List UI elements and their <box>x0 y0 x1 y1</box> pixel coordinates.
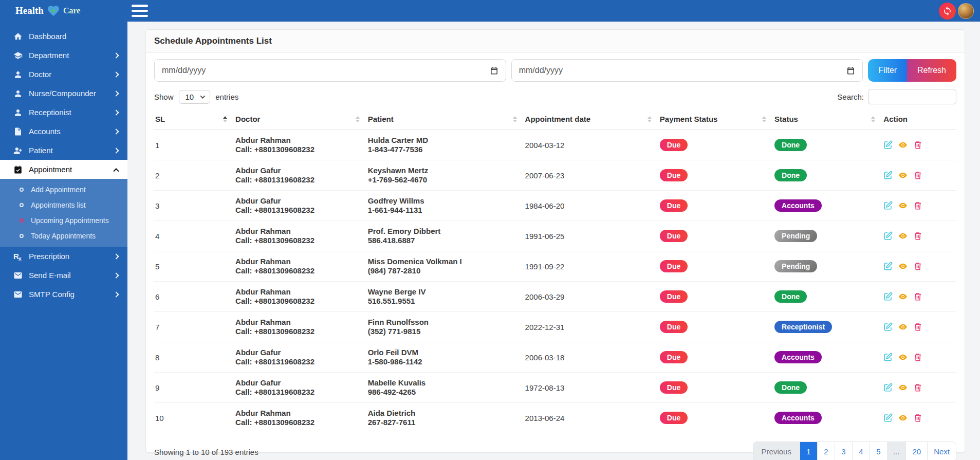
sort-icon[interactable] <box>871 116 875 122</box>
edit-button[interactable] <box>883 201 893 210</box>
sort-icon[interactable] <box>223 116 227 122</box>
edit-button[interactable] <box>883 140 893 150</box>
doctor-name: Abdur Rahman <box>235 287 366 297</box>
doctor-phone: Call: +8801309608232 <box>235 236 366 245</box>
cell-appointment-date: 2022-12-31 <box>524 312 659 342</box>
view-button[interactable] <box>898 231 908 241</box>
delete-button[interactable] <box>913 262 922 271</box>
cell-patient: Keyshawn Mertz+1-769-562-4670 <box>367 160 524 191</box>
date-from-input[interactable]: mm/dd/yyyy <box>154 59 506 82</box>
column-header-appointment-date[interactable]: Appointment date <box>524 109 659 130</box>
delete-button[interactable] <box>913 201 922 210</box>
sidebar-item-smtp-config[interactable]: SMTP Config <box>0 285 127 304</box>
view-button[interactable] <box>898 201 908 210</box>
page-size-select[interactable]: 10 <box>179 90 211 104</box>
view-button[interactable] <box>898 322 908 332</box>
sidebar-subitem-appointments-list[interactable]: Appointments list <box>0 197 127 213</box>
hamburger-menu-icon[interactable] <box>132 5 148 17</box>
sidebar-item-doctor[interactable]: Doctor <box>0 65 127 84</box>
graduation-cap-icon <box>13 51 23 60</box>
patient-name: Aida Dietrich <box>368 409 523 418</box>
view-button[interactable] <box>898 383 908 392</box>
brand-logo[interactable]: Health Care <box>0 0 127 22</box>
view-icon <box>898 383 908 392</box>
sidebar-item-send-e-mail[interactable]: Send E-mail <box>0 266 127 285</box>
cell-status: Accounts <box>773 191 882 221</box>
status-badge: Accounts <box>774 412 822 424</box>
page-button-5[interactable]: 5 <box>870 442 887 460</box>
edit-button[interactable] <box>883 262 893 271</box>
sidebar-item-accounts[interactable]: Accounts <box>0 122 127 141</box>
payment-status-badge: Due <box>660 139 688 151</box>
page-button-20[interactable]: 20 <box>905 442 927 460</box>
sidebar-item-dashboard[interactable]: Dashboard <box>0 27 127 46</box>
file-invoice-icon <box>13 127 23 136</box>
date-to-input[interactable]: mm/dd/yyyy <box>511 59 863 82</box>
edit-button[interactable] <box>883 171 893 180</box>
page-button-next[interactable]: Next <box>927 442 956 460</box>
sidebar-item-prescription[interactable]: RxPrescription <box>0 247 127 266</box>
sort-icon[interactable] <box>513 116 517 122</box>
delete-button[interactable] <box>913 171 922 180</box>
column-header-status[interactable]: Status <box>773 109 882 130</box>
sidebar-item-department[interactable]: Department <box>0 46 127 65</box>
filter-button[interactable]: Filter <box>868 59 907 82</box>
sidebar-item-label: Doctor <box>29 70 114 79</box>
edit-button[interactable] <box>883 383 893 392</box>
sidebar-item-receptionist[interactable]: Receptionist <box>0 103 127 122</box>
view-button[interactable] <box>898 292 908 301</box>
pagination: Previous12345...20Next <box>753 441 956 460</box>
sort-icon[interactable] <box>762 116 766 122</box>
page-button-previous[interactable]: Previous <box>753 442 800 460</box>
delete-button[interactable] <box>913 322 922 332</box>
page-button-2[interactable]: 2 <box>817 442 835 460</box>
edit-button[interactable] <box>883 353 893 362</box>
refresh-button[interactable]: Refresh <box>907 59 956 82</box>
cell-appointment-date: 2006-03-29 <box>524 282 659 312</box>
edit-button[interactable] <box>883 322 893 332</box>
delete-button[interactable] <box>913 353 922 362</box>
calendar-icon[interactable] <box>490 66 498 75</box>
delete-button[interactable] <box>913 231 922 241</box>
page-button-4[interactable]: 4 <box>852 442 870 460</box>
column-header-sl[interactable]: SL <box>154 109 234 130</box>
sidebar-subitem-add-appointment[interactable]: Add Appointment <box>0 182 127 197</box>
delete-icon <box>913 292 922 301</box>
page-button-1[interactable]: 1 <box>800 442 817 460</box>
view-icon <box>898 262 908 271</box>
view-button[interactable] <box>898 262 908 271</box>
sidebar-subitem-upcoming-appointments[interactable]: Upcoming Appointments <box>0 213 127 228</box>
brand-word-care: Care <box>63 6 80 15</box>
delete-button[interactable] <box>913 140 922 150</box>
view-icon <box>898 353 908 362</box>
sidebar-item-appointment[interactable]: Appointment <box>0 160 127 179</box>
cell-payment-status: Due <box>659 191 773 221</box>
edit-button[interactable] <box>883 231 893 241</box>
status-badge: Receptionist <box>774 321 832 333</box>
view-button[interactable] <box>898 140 908 150</box>
calendar-icon[interactable] <box>846 66 855 75</box>
sidebar-item-patient[interactable]: Patient <box>0 141 127 160</box>
view-button[interactable] <box>898 171 908 180</box>
page-button-3[interactable]: 3 <box>835 442 852 460</box>
sort-icon[interactable] <box>648 116 652 122</box>
column-header-payment-status[interactable]: Payment Status <box>659 109 773 130</box>
sidebar-subitem-today-appointments[interactable]: Today Appointments <box>0 228 127 244</box>
refresh-circle-button[interactable] <box>939 3 956 20</box>
view-button[interactable] <box>898 353 908 362</box>
user-plus-icon <box>13 146 23 155</box>
delete-button[interactable] <box>913 383 922 392</box>
search-input[interactable] <box>868 89 956 104</box>
delete-button[interactable] <box>913 413 922 422</box>
edit-button[interactable] <box>883 292 893 301</box>
sidebar-item-nurse-compounder[interactable]: Nurse/Compounder <box>0 84 127 103</box>
column-header-patient[interactable]: Patient <box>367 109 524 130</box>
column-header-doctor[interactable]: Doctor <box>234 109 367 130</box>
user-avatar[interactable] <box>958 3 974 19</box>
view-button[interactable] <box>898 413 908 422</box>
edit-button[interactable] <box>883 413 893 422</box>
delete-button[interactable] <box>913 292 922 301</box>
sort-icon[interactable] <box>356 116 360 122</box>
cell-payment-status: Due <box>659 251 773 282</box>
cell-payment-status: Due <box>659 403 773 433</box>
